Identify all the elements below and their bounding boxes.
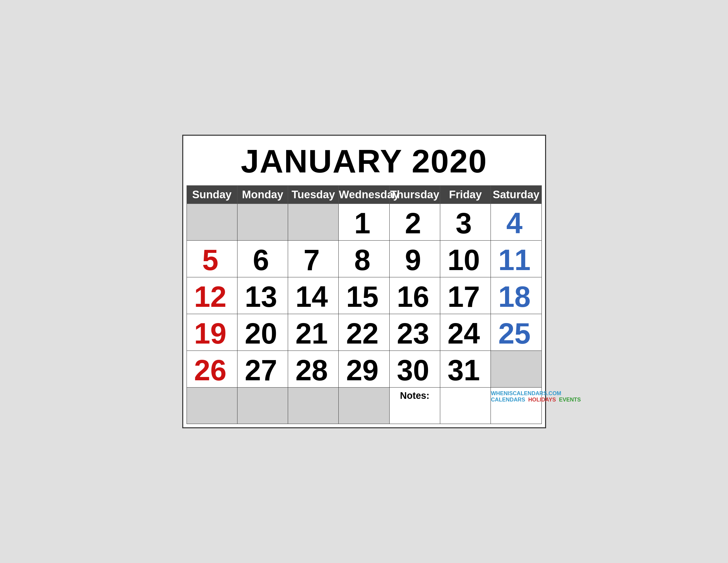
notes-empty-0 [187, 388, 237, 424]
day-cell-2-1: 13 [237, 277, 288, 314]
day-cell-1-4: 9 [389, 240, 440, 277]
calendar-table: Sunday Monday Tuesday Wednesday Thursday… [187, 185, 542, 424]
day-cell-3-3: 22 [339, 314, 389, 351]
day-cell-1-2: 7 [288, 240, 339, 277]
week-row-4: 262728293031 [187, 351, 541, 388]
week-row-0: 1234 [187, 204, 541, 240]
day-cell-0-1 [237, 204, 288, 240]
day-cell-1-3: 8 [339, 240, 389, 277]
day-cell-2-5: 17 [440, 277, 491, 314]
day-cell-1-6: 11 [491, 240, 541, 277]
day-cell-4-2: 28 [288, 351, 339, 388]
notes-friday [440, 388, 491, 424]
header-tuesday: Tuesday [288, 186, 339, 204]
header-sunday: Sunday [187, 186, 237, 204]
calendar-year: 2020 [412, 143, 487, 179]
notes-empty-1 [237, 388, 288, 424]
day-cell-3-6: 25 [491, 314, 541, 351]
day-cell-3-4: 23 [389, 314, 440, 351]
notes-label: Notes: [389, 388, 440, 424]
day-cell-1-5: 10 [440, 240, 491, 277]
header-friday: Friday [440, 186, 491, 204]
day-cell-0-0 [187, 204, 237, 240]
day-cell-3-1: 20 [237, 314, 288, 351]
notes-empty-3 [339, 388, 389, 424]
day-cell-0-5: 3 [440, 204, 491, 240]
header-row: Sunday Monday Tuesday Wednesday Thursday… [187, 186, 541, 204]
day-cell-2-6: 18 [491, 277, 541, 314]
day-cell-2-4: 16 [389, 277, 440, 314]
day-cell-3-0: 19 [187, 314, 237, 351]
notes-row: Notes: WHENISCALENDARS.COM CALENDARS HOL… [187, 388, 541, 424]
week-row-2: 12131415161718 [187, 277, 541, 314]
notes-empty-2 [288, 388, 339, 424]
day-cell-3-5: 24 [440, 314, 491, 351]
header-wednesday: Wednesday [339, 186, 389, 204]
day-cell-1-1: 6 [237, 240, 288, 277]
calendar-container: JANUARY 2020 Sunday Monday Tuesday Wedne… [182, 135, 546, 428]
header-thursday: Thursday [389, 186, 440, 204]
week-row-3: 19202122232425 [187, 314, 541, 351]
calendar-month: JANUARY [241, 143, 402, 179]
day-cell-4-1: 27 [237, 351, 288, 388]
calendar-title: JANUARY 2020 [187, 139, 542, 185]
day-cell-4-0: 26 [187, 351, 237, 388]
day-cell-4-3: 29 [339, 351, 389, 388]
day-cell-0-2 [288, 204, 339, 240]
day-cell-0-3: 1 [339, 204, 389, 240]
day-cell-2-3: 15 [339, 277, 389, 314]
day-cell-2-0: 12 [187, 277, 237, 314]
notes-watermark: WHENISCALENDARS.COM CALENDARS HOLIDAYS E… [491, 388, 541, 424]
day-cell-4-4: 30 [389, 351, 440, 388]
day-cell-4-6 [491, 351, 541, 388]
day-cell-3-2: 21 [288, 314, 339, 351]
day-cell-0-4: 2 [389, 204, 440, 240]
day-cell-2-2: 14 [288, 277, 339, 314]
day-cell-4-5: 31 [440, 351, 491, 388]
watermark-text: WHENISCALENDARS.COM CALENDARS HOLIDAYS E… [491, 390, 538, 403]
header-saturday: Saturday [491, 186, 541, 204]
day-cell-1-0: 5 [187, 240, 237, 277]
header-monday: Monday [237, 186, 288, 204]
day-cell-0-6: 4 [491, 204, 541, 240]
week-row-1: 567891011 [187, 240, 541, 277]
